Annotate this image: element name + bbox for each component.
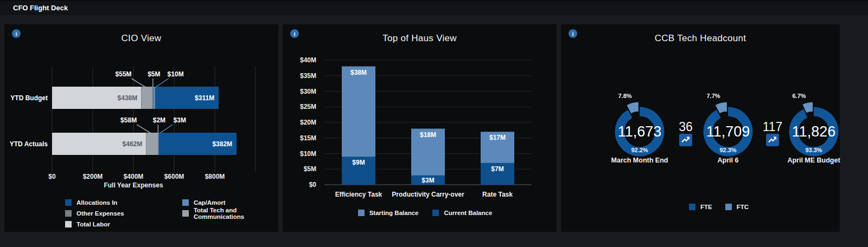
donut-label: April ME Budget: [787, 157, 840, 164]
app-header: CFO Flight Deck: [0, 0, 868, 15]
legend-item[interactable]: FTC: [725, 203, 749, 211]
panel-title: Top of Haus View: [283, 33, 557, 44]
bar-segment[interactable]: [146, 133, 158, 155]
donut-slice-ftc[interactable]: [629, 107, 638, 109]
y-category-label: YTD Actuals: [10, 140, 48, 148]
y-tick-label: $35M: [300, 72, 316, 80]
legend-label: Starting Balance: [369, 210, 419, 216]
donut-value: 11,709: [706, 123, 750, 140]
haus-chart-canvas: $0$5M$10M$15M$20M$25M$30M$35M$40M$38M$9M…: [283, 49, 557, 209]
y-tick-label: $15M: [300, 134, 316, 142]
y-tick-label: $25M: [300, 103, 316, 110]
x-tick-label: $600M: [164, 173, 184, 180]
donut-large-pct-label: 92.3%: [719, 147, 736, 153]
donut-small-pct-label: 7.7%: [706, 93, 720, 99]
y-tick-label: $10M: [300, 150, 316, 158]
donut-slice-ftc[interactable]: [718, 107, 727, 109]
bar-segment[interactable]: [141, 87, 152, 109]
legend-label: Allocations In: [76, 199, 117, 206]
legend-item[interactable]: Total Labor: [65, 220, 182, 228]
bar-value-label: $17M: [489, 134, 506, 141]
y-tick-label: $30M: [300, 88, 316, 95]
bar-value-label: $38M: [350, 69, 367, 76]
callout-label: $2M: [153, 116, 165, 124]
callout-label: $3M: [174, 116, 186, 124]
panel-title: CIO View: [4, 33, 278, 44]
haus-legend: Starting BalanceCurrent Balance: [288, 209, 562, 217]
legend-label: Current Balance: [444, 210, 492, 216]
legend-swatch: [432, 210, 439, 216]
donut-slice-ftc[interactable]: [805, 107, 813, 108]
legend-swatch: [358, 210, 365, 216]
headcount-chart-canvas: 7.8%11,67392.2%March Month End7.7%11,709…: [561, 49, 840, 200]
legend-item[interactable]: Allocations In: [65, 199, 182, 206]
donut-label: March Month End: [611, 157, 668, 164]
callout-label: $5M: [148, 70, 160, 78]
bar-value-label: $438M: [118, 94, 138, 102]
headcount-donut-chart: 7.8%11,67392.2%March Month End7.7%11,709…: [561, 49, 840, 203]
x-tick-label: $800M: [205, 173, 225, 180]
y-tick-label: $0: [309, 181, 317, 188]
legend-swatch: [65, 221, 72, 227]
bar-value-label: $9M: [352, 159, 365, 166]
bar-segment[interactable]: [158, 133, 159, 155]
callout-label: $10M: [168, 70, 184, 78]
donut-small-pct-label: 7.8%: [618, 93, 631, 99]
bar-segment[interactable]: [154, 87, 156, 109]
legend-item[interactable]: Starting Balance: [358, 209, 419, 217]
legend-swatch: [182, 210, 189, 217]
x-axis-title: Full Year Expenses: [104, 181, 163, 189]
legend-item[interactable]: FTE: [689, 203, 712, 211]
bar-value-label: $382M: [212, 140, 232, 148]
legend-label: Other Expenses: [76, 210, 124, 217]
y-tick-label: $20M: [300, 119, 316, 126]
donut-large-pct-label: 93.3%: [805, 147, 822, 153]
callout-line: [156, 79, 169, 87]
legend-swatch: [182, 199, 189, 206]
headcount-legend: FTEFTC: [579, 203, 858, 211]
legend-column: Allocations InOther ExpensesTotal Labor: [65, 199, 182, 228]
donut-value: 11,673: [618, 123, 662, 140]
donut-large-pct-label: 92.2%: [631, 147, 648, 153]
donut-label: April 6: [718, 157, 739, 164]
bar-value-label: $18M: [420, 131, 436, 139]
legend-label: FTC: [737, 204, 749, 210]
legend-label: Total Tech and Communications: [194, 207, 278, 220]
cio-bar-chart: $0$200M$400M$600M$800MFull Year Expenses…: [4, 49, 278, 193]
trend-up-icon: [679, 134, 692, 146]
panel-title: CCB Tech Headcount: [561, 33, 840, 44]
callout-line: [137, 125, 151, 133]
bar-value-label: $7M: [491, 165, 503, 173]
cio-legend: Allocations InOther ExpensesTotal LaborC…: [65, 199, 278, 228]
y-tick-label: $40M: [300, 56, 316, 64]
callout-label: $55M: [116, 70, 132, 78]
donut-value: 11,826: [792, 123, 836, 140]
legend-label: Cap/Amort: [194, 199, 226, 206]
x-tick-label: $0: [48, 173, 56, 180]
x-category-label: Productivity Carry-over: [392, 191, 464, 198]
legend-label: Total Labor: [76, 221, 110, 227]
y-category-label: YTD Budget: [10, 94, 48, 102]
legend-item[interactable]: Current Balance: [432, 209, 492, 217]
y-tick-label: $5M: [304, 165, 316, 173]
legend-item[interactable]: Cap/Amort: [182, 199, 278, 206]
legend-swatch: [725, 204, 732, 210]
callout-line: [159, 125, 173, 133]
callout-label: $58M: [120, 116, 137, 124]
legend-item[interactable]: Other Expenses: [65, 210, 182, 217]
delta-value: 117: [763, 120, 783, 134]
panel-cio-view: i CIO View $0$200M$400M$600M$800MFull Ye…: [4, 24, 278, 232]
legend-label: FTE: [700, 204, 712, 210]
bar-segment[interactable]: [152, 87, 154, 109]
legend-swatch: [689, 204, 695, 210]
legend-swatch: [65, 210, 72, 217]
delta-value: 36: [679, 120, 693, 134]
legend-item[interactable]: Total Tech and Communications: [182, 210, 278, 217]
legend-swatch: [65, 199, 72, 206]
trend-up-icon: [766, 134, 779, 146]
x-category-label: Rate Task: [482, 191, 513, 198]
bar-value-label: $3M: [422, 177, 434, 184]
app-title: CFO Flight Deck: [0, 1, 68, 15]
x-category-label: Efficiency Task: [335, 191, 382, 198]
haus-bar-chart: $0$5M$10M$15M$20M$25M$30M$35M$40M$38M$9M…: [283, 49, 557, 211]
